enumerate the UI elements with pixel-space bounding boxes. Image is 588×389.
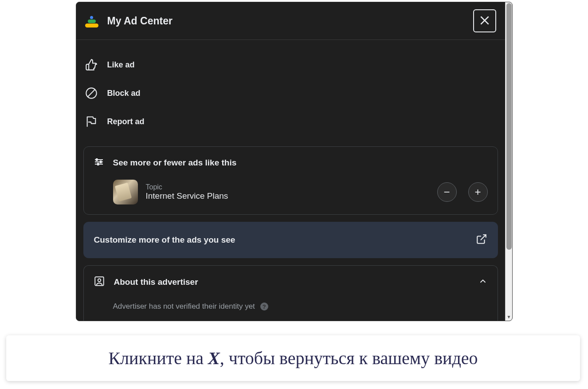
topic-row: Topic Internet Service Plans − + xyxy=(94,180,488,204)
svg-line-3 xyxy=(87,90,94,97)
topic-thumbnail xyxy=(113,180,138,204)
page-title: My Ad Center xyxy=(107,15,172,27)
topic-label: Topic xyxy=(146,183,429,191)
sliders-icon xyxy=(94,157,104,169)
topic-value: Internet Service Plans xyxy=(146,191,429,201)
caption-post: , чтобы вернуться к вашему видео xyxy=(220,348,478,368)
ad-center-modal: ▲ ▼ My Ad Center xyxy=(76,2,513,321)
card-header: See more or fewer ads like this xyxy=(94,157,488,169)
block-ad-label: Block ad xyxy=(107,89,141,98)
topic-adjust-buttons: − + xyxy=(437,182,488,202)
instruction-caption: Кликните на X, чтобы вернуться к вашему … xyxy=(6,335,580,381)
thumbs-up-icon xyxy=(85,59,98,71)
ads-card-title: See more or fewer ads like this xyxy=(113,158,237,168)
ad-center-logo-icon xyxy=(85,14,98,28)
like-ad-button[interactable]: Like ad xyxy=(85,51,496,79)
caption-pre: Кликните на xyxy=(108,348,208,368)
caption-x: X xyxy=(208,348,220,368)
chevron-up-icon xyxy=(478,276,488,288)
svg-line-10 xyxy=(480,235,486,240)
svg-rect-9 xyxy=(98,163,99,165)
help-icon[interactable]: ? xyxy=(260,303,268,310)
svg-rect-7 xyxy=(96,159,98,161)
svg-point-12 xyxy=(98,279,101,282)
flag-icon xyxy=(85,115,98,128)
report-ad-label: Report ad xyxy=(107,117,145,126)
scrollbar-thumb[interactable] xyxy=(506,3,512,250)
block-ad-button[interactable]: Block ad xyxy=(85,79,496,107)
external-link-icon xyxy=(476,233,487,247)
advertiser-sub-row: Advertiser has not verified their identi… xyxy=(94,302,488,311)
person-icon xyxy=(94,275,105,289)
action-list: Like ad Block ad Report ad xyxy=(76,40,505,146)
scroll-down-arrow-icon[interactable]: ▼ xyxy=(506,314,513,321)
svg-rect-11 xyxy=(95,277,104,286)
header-left: My Ad Center xyxy=(85,14,172,28)
close-button[interactable] xyxy=(473,9,496,32)
more-ads-button[interactable]: + xyxy=(468,182,488,202)
advertiser-card: About this advertiser Advertiser has not… xyxy=(83,265,498,321)
svg-rect-8 xyxy=(100,161,102,163)
like-ad-label: Like ad xyxy=(107,60,135,70)
report-ad-button[interactable]: Report ad xyxy=(85,107,496,136)
advertiser-header[interactable]: About this advertiser xyxy=(94,275,488,289)
customize-label: Customize more of the ads you see xyxy=(94,235,235,245)
fewer-ads-button[interactable]: − xyxy=(437,182,457,202)
advertiser-status-text: Advertiser has not verified their identi… xyxy=(113,302,255,311)
ads-preference-card: See more or fewer ads like this Topic In… xyxy=(83,146,498,215)
advertiser-title: About this advertiser xyxy=(114,277,198,287)
modal-header: My Ad Center xyxy=(76,2,505,40)
plus-icon: + xyxy=(474,186,481,198)
modal-content: My Ad Center Like ad Block ad xyxy=(76,2,512,321)
scrollbar[interactable]: ▲ ▼ xyxy=(505,2,512,321)
minus-icon: − xyxy=(443,186,450,198)
close-icon xyxy=(479,15,490,28)
customize-ads-button[interactable]: Customize more of the ads you see xyxy=(83,222,498,258)
topic-text: Topic Internet Service Plans xyxy=(146,183,429,201)
block-icon xyxy=(85,87,98,99)
